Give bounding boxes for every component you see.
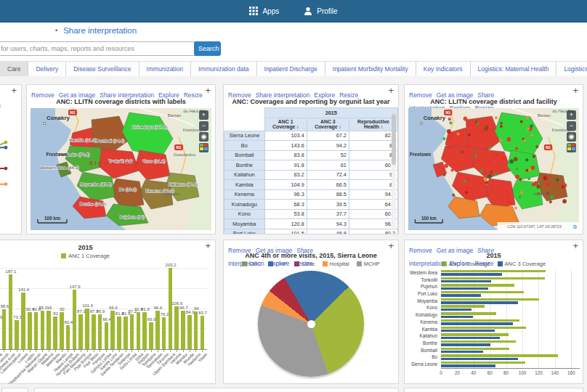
hbar-category: Bonthe [405,340,437,346]
tab-inpatient-discharge[interactable]: Inpatient Discharge [257,62,325,76]
widget-map-districts: RemoveGet as imageShare interpretationEx… [26,84,216,234]
legend-item[interactable]: ANC 3 Coverage [498,261,546,267]
zoom-in-icon[interactable]: + [199,110,209,120]
share-interpretation-link[interactable]: Share interpretation [256,91,310,99]
remove-link[interactable]: Remove [409,91,432,99]
cell-value: 88.5 [307,189,349,200]
explore-link[interactable]: Explore [314,91,335,99]
tab-immunization[interactable]: Immunization [139,62,192,76]
x-tick: 20 [455,370,460,375]
table-row: Kono53.837.760.1 [224,209,398,219]
resize-link[interactable]: Resize [339,91,358,99]
sort-icon[interactable]: ↕ [339,125,341,129]
zoom-in-icon[interactable]: + [567,110,576,120]
explore-link[interactable]: Explore [450,260,471,267]
legend-item[interactable]: Hospital [323,261,349,267]
layers-icon[interactable] [567,143,576,152]
cell-value: 104.9 [264,180,307,190]
resize-link[interactable]: Resize [474,260,493,267]
hbar-row: Bonthe [405,340,583,347]
remove-link[interactable]: Remove [228,91,251,99]
tab-key-indicators[interactable]: Key Indicators [416,62,471,76]
sort-icon[interactable]: ↕ [296,125,299,129]
remove-link[interactable]: Remove [31,91,54,99]
tab-delivery[interactable]: Delivery [28,62,66,76]
row-header: Bombali [224,150,265,160]
legend-item[interactable]: MCHP [357,261,380,267]
cell-value: 39.5 [307,200,349,210]
expand-icon[interactable]: + [388,241,394,250]
hbar-row: Koinadugu [405,311,583,319]
cell-value: 81 [349,141,397,151]
cell-value: 83.8 [264,150,307,160]
table-scrollbar-thumb[interactable] [392,114,396,165]
cell-value: 80.2 [349,229,397,234]
zoom-out-icon[interactable]: − [199,121,209,131]
get-as-image-link[interactable]: Get as image [256,247,293,254]
get-as-image-link[interactable]: Get as image [437,91,474,99]
tab-logistics-maternal-health[interactable]: Logistics: Maternal Health [471,62,557,76]
expand-icon[interactable]: + [11,86,17,95]
svg-text:Banian: Banian [168,113,182,118]
column-header[interactable]: Reproductive Health ↕ [349,118,397,131]
bar-chart-plot: 71.998.6187.173.1141.492.491.895.1968292… [0,264,207,350]
table-row: Sierra Leone103.467.282.1 [224,131,398,141]
locate-icon[interactable]: ◉ [199,132,209,142]
expand-icon[interactable]: + [572,86,578,95]
bar [110,311,115,349]
x-tick: 80 [503,370,509,375]
expand-icon[interactable]: + [388,86,394,95]
hbar-category: Tonkolili [405,277,437,282]
layers-icon[interactable] [199,143,209,152]
get-as-image-link[interactable]: Get as image [437,247,474,254]
resize-link[interactable]: Resize [184,91,203,99]
column-header[interactable]: ANC 1 Coverage ↕ [264,118,307,131]
remove-link[interactable]: Remove [409,247,432,254]
bar [105,322,109,349]
x-tick: 60 [487,370,493,375]
bar [78,314,83,349]
tab-care[interactable]: Care [0,62,28,76]
row-header: Moyamba [224,219,265,229]
zoom-out-icon[interactable]: − [567,121,576,131]
share-interpretation-link[interactable]: Share interpretation [100,91,154,99]
map-districts-canvas[interactable]: Kambia (31.3)Bombali (34.6)Koinadugu (11… [31,108,211,230]
apps-menu[interactable]: Apps [249,7,279,15]
search-button[interactable]: Search [194,41,221,56]
expand-icon[interactable]: + [205,86,211,95]
bar-value: 96 [43,306,56,310]
explore-link[interactable]: Explore [158,91,179,99]
hbar [441,284,514,286]
share-interpretation-link[interactable]: Share interpretation [63,26,137,35]
svg-text:100 km: 100 km [44,216,60,221]
resize-link[interactable]: Resize [294,260,312,267]
bar-value: 147.9 [68,285,81,289]
sort-icon[interactable]: ↕ [381,125,383,129]
hbar [441,287,488,290]
table-row: Bombali83.85287 [224,150,398,160]
explore-link[interactable]: Explore [269,260,290,267]
search-input[interactable] [0,41,199,56]
column-header[interactable]: ANC 3 Coverage ↕ [307,118,349,131]
tab-logistics-reproductive-health[interactable]: Logistics: Reproductive Health [556,62,587,76]
table-scrollbar[interactable] [392,114,396,229]
widget-hbar-chart: RemoveGet as imageShare interpretationEx… [404,240,583,384]
cell-value: 96.7 [349,219,397,229]
expand-icon[interactable]: + [205,241,211,250]
map-facility-canvas[interactable]: FreetownConakryBanianKissidougouKpombudu… [408,108,579,230]
hbar-category: Bo [405,354,437,359]
get-as-image-link[interactable]: Get as image [59,91,96,99]
x-tick: 140 [551,370,559,375]
remove-link[interactable]: Remove [228,247,251,254]
tab-disease-surveillance[interactable]: Disease Surveillance [66,62,139,76]
profile-menu[interactable]: Profile [304,7,337,15]
tab-inpatient-morbidity-mortality[interactable]: Inpatient Morbidity Mortality [325,62,416,76]
hbar-row: Kailahun [405,332,583,340]
expand-icon[interactable]: + [572,241,578,250]
tab-immunization-data[interactable]: Immunization data [191,62,256,76]
locate-icon[interactable]: ◉ [567,132,576,142]
hbar-category: Kono [405,305,437,310]
row-header: Kambia [224,180,265,190]
hbar-category: Port Loko [405,291,437,296]
cell-value: 94.2 [307,141,349,151]
